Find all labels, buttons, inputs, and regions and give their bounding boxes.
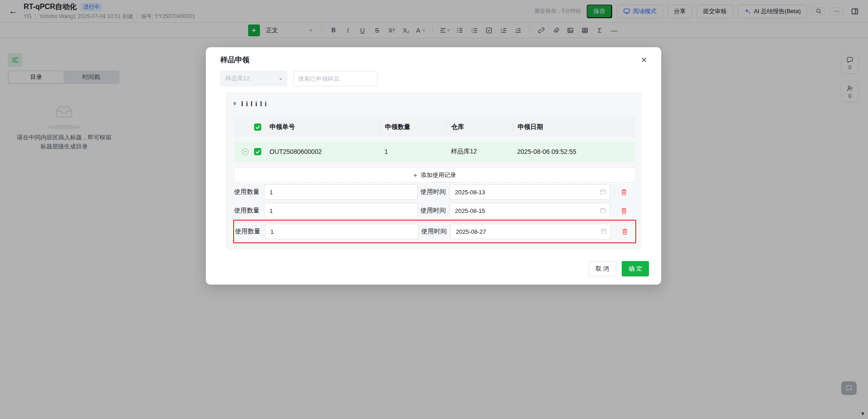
check-icon <box>255 125 260 130</box>
delete-record-icon[interactable] <box>620 188 628 196</box>
calendar-icon[interactable] <box>599 188 606 195</box>
cell-order-no: OUT25080600002 <box>266 148 380 155</box>
usage-record-row: 使用数量 使用时间 <box>234 183 635 201</box>
close-icon[interactable]: ✕ <box>638 54 650 66</box>
usage-time-label: 使用时间 <box>420 188 449 196</box>
col-header-warehouse: 仓库 <box>446 122 513 132</box>
cancel-button[interactable]: 取 消 <box>589 261 617 276</box>
delete-record-icon[interactable] <box>620 207 628 214</box>
usage-date-input[interactable] <box>449 203 610 218</box>
col-header-qty: 申领数量 <box>380 122 446 132</box>
usage-record-row: 使用数量 使用时间 <box>234 202 635 220</box>
cell-qty: 1 <box>380 148 446 155</box>
col-header-date: 申领日期 <box>513 122 635 132</box>
select-all-checkbox[interactable] <box>254 123 261 131</box>
col-header-order-no: 申领单号 <box>266 123 380 131</box>
sample-group-section: ∨ l i l i l i 申领单号 申领数量 仓库 申领日期 − <box>225 92 642 250</box>
usage-qty-input[interactable] <box>264 203 418 218</box>
row-checkbox[interactable] <box>254 148 261 155</box>
sample-requisition-modal: 样品申领 ✕ 样品库12 ∨ ∨ l i l i l i 申领单号 申领数量 仓… <box>206 47 661 285</box>
calendar-icon[interactable] <box>600 228 607 235</box>
modal-title: 样品申领 <box>220 55 249 65</box>
usage-qty-input[interactable] <box>264 184 418 200</box>
sample-library-select[interactable]: 样品库12 ∨ <box>220 71 287 86</box>
usage-qty-label: 使用数量 <box>235 227 265 236</box>
collapse-chevron-icon: ∨ <box>233 101 237 106</box>
chevron-down-icon: ∨ <box>279 77 282 81</box>
group-name: l i l i l i <box>241 100 267 108</box>
collapse-row-button[interactable]: − <box>242 148 249 155</box>
cell-date: 2025-08-06 09:52:55 <box>513 148 635 155</box>
usage-date-input[interactable] <box>450 224 611 239</box>
confirm-button[interactable]: 确 定 <box>622 261 649 276</box>
cell-warehouse: 样品库12 <box>446 148 513 156</box>
add-usage-record-button[interactable]: + 添加使用记录 <box>234 168 635 182</box>
delete-record-icon[interactable] <box>621 228 629 235</box>
usage-time-label: 使用时间 <box>421 227 450 236</box>
calendar-icon[interactable] <box>599 207 606 214</box>
usage-qty-label: 使用数量 <box>234 207 264 215</box>
usage-time-label: 使用时间 <box>420 207 449 215</box>
usage-qty-input[interactable] <box>265 224 419 239</box>
plus-icon: + <box>414 171 418 179</box>
usage-date-input[interactable] <box>449 184 610 200</box>
usage-record-row-highlighted: 使用数量 使用时间 <box>233 220 636 243</box>
requisition-table: 申领单号 申领数量 仓库 申领日期 − OUT25080600002 1 样品库… <box>234 117 635 162</box>
table-header-row: 申领单号 申领数量 仓库 申领日期 <box>234 117 635 138</box>
search-sample-input[interactable] <box>293 71 378 86</box>
table-row[interactable]: − OUT25080600002 1 样品库12 2025-08-06 09:5… <box>234 141 635 162</box>
group-header[interactable]: ∨ l i l i l i <box>233 98 635 109</box>
check-icon <box>255 149 260 154</box>
usage-qty-label: 使用数量 <box>234 188 264 196</box>
